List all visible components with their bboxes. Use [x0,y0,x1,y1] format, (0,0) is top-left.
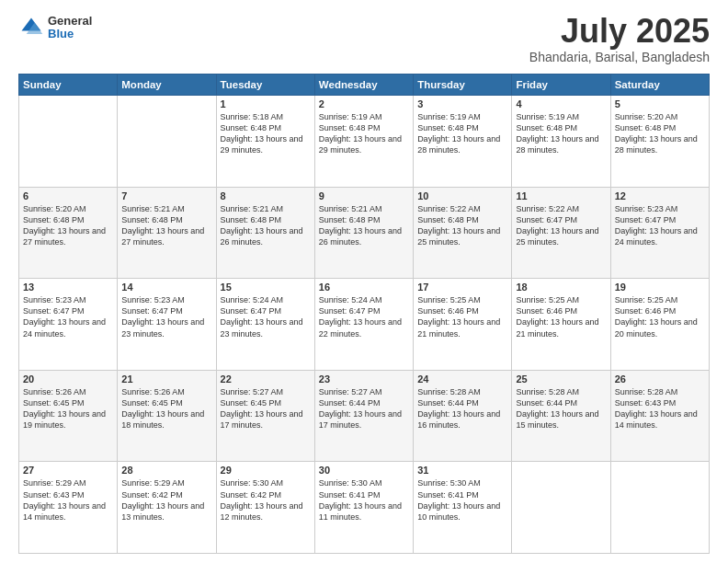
header: General Blue July 2025 Bhandaria, Barisa… [18,15,710,64]
day-info: Sunrise: 5:25 AM Sunset: 6:46 PM Dayligh… [516,294,606,339]
calendar-cell: 18Sunrise: 5:25 AM Sunset: 6:46 PM Dayli… [512,279,610,371]
col-saturday: Saturday [610,75,709,96]
calendar-cell: 29Sunrise: 5:30 AM Sunset: 6:42 PM Dayli… [216,462,314,554]
day-number: 14 [121,282,211,293]
calendar-cell: 2Sunrise: 5:19 AM Sunset: 6:48 PM Daylig… [314,96,413,188]
calendar-cell: 8Sunrise: 5:21 AM Sunset: 6:48 PM Daylig… [216,187,314,279]
day-number: 20 [23,373,113,385]
day-info: Sunrise: 5:21 AM Sunset: 6:48 PM Dayligh… [221,203,311,248]
day-number: 30 [319,465,409,476]
day-info: Sunrise: 5:20 AM Sunset: 6:48 PM Dayligh… [615,111,705,156]
day-info: Sunrise: 5:21 AM Sunset: 6:48 PM Dayligh… [319,203,409,248]
logo-general-label: General [48,15,92,28]
day-number: 19 [615,282,705,293]
logo-icon [18,15,44,40]
day-number: 16 [319,282,409,293]
day-info: Sunrise: 5:23 AM Sunset: 6:47 PM Dayligh… [615,203,705,248]
calendar-header-row: Sunday Monday Tuesday Wednesday Thursday… [19,75,710,96]
calendar-cell: 1Sunrise: 5:18 AM Sunset: 6:48 PM Daylig… [216,96,314,188]
calendar-cell: 27Sunrise: 5:29 AM Sunset: 6:43 PM Dayli… [19,462,118,554]
day-number: 5 [615,98,705,109]
day-info: Sunrise: 5:19 AM Sunset: 6:48 PM Dayligh… [516,111,606,156]
calendar-cell [512,462,610,554]
calendar-cell: 13Sunrise: 5:23 AM Sunset: 6:47 PM Dayli… [19,279,118,371]
day-info: Sunrise: 5:25 AM Sunset: 6:46 PM Dayligh… [417,294,507,339]
day-info: Sunrise: 5:30 AM Sunset: 6:41 PM Dayligh… [319,477,409,523]
day-number: 11 [516,190,606,201]
calendar-cell: 4Sunrise: 5:19 AM Sunset: 6:48 PM Daylig… [512,96,610,188]
calendar-cell: 9Sunrise: 5:21 AM Sunset: 6:48 PM Daylig… [314,187,413,279]
col-friday: Friday [512,75,610,96]
calendar-cell: 26Sunrise: 5:28 AM Sunset: 6:43 PM Dayli… [610,370,709,462]
day-info: Sunrise: 5:26 AM Sunset: 6:45 PM Dayligh… [121,386,211,431]
calendar-title: July 2025 [529,15,710,48]
day-info: Sunrise: 5:22 AM Sunset: 6:47 PM Dayligh… [516,203,606,248]
calendar-cell: 20Sunrise: 5:26 AM Sunset: 6:45 PM Dayli… [19,370,118,462]
day-info: Sunrise: 5:30 AM Sunset: 6:41 PM Dayligh… [417,477,507,523]
day-info: Sunrise: 5:26 AM Sunset: 6:45 PM Dayligh… [23,386,113,431]
day-number: 21 [121,373,211,385]
day-info: Sunrise: 5:24 AM Sunset: 6:47 PM Dayligh… [221,294,311,339]
day-info: Sunrise: 5:19 AM Sunset: 6:48 PM Dayligh… [319,111,409,156]
day-number: 13 [23,282,113,293]
day-number: 24 [417,373,507,385]
day-number: 10 [417,190,507,201]
calendar-cell: 21Sunrise: 5:26 AM Sunset: 6:45 PM Dayli… [118,370,216,462]
day-number: 29 [221,465,311,476]
day-info: Sunrise: 5:27 AM Sunset: 6:44 PM Dayligh… [319,386,409,431]
day-number: 27 [23,465,113,476]
day-info: Sunrise: 5:20 AM Sunset: 6:48 PM Dayligh… [23,203,113,248]
day-info: Sunrise: 5:28 AM Sunset: 6:44 PM Dayligh… [417,386,507,431]
calendar-cell: 10Sunrise: 5:22 AM Sunset: 6:48 PM Dayli… [414,187,512,279]
col-monday: Monday [118,75,216,96]
calendar-cell [19,96,118,188]
calendar-week-4: 20Sunrise: 5:26 AM Sunset: 6:45 PM Dayli… [19,370,710,462]
day-number: 18 [516,282,606,293]
day-number: 4 [516,98,606,109]
calendar-cell: 15Sunrise: 5:24 AM Sunset: 6:47 PM Dayli… [216,279,314,371]
day-number: 23 [319,373,409,385]
calendar-cell: 22Sunrise: 5:27 AM Sunset: 6:45 PM Dayli… [216,370,314,462]
day-info: Sunrise: 5:24 AM Sunset: 6:47 PM Dayligh… [319,294,409,339]
day-number: 8 [221,190,311,201]
day-info: Sunrise: 5:19 AM Sunset: 6:48 PM Dayligh… [417,111,507,156]
day-number: 7 [121,190,211,201]
day-info: Sunrise: 5:30 AM Sunset: 6:42 PM Dayligh… [221,477,311,523]
calendar-cell: 17Sunrise: 5:25 AM Sunset: 6:46 PM Dayli… [414,279,512,371]
day-info: Sunrise: 5:21 AM Sunset: 6:48 PM Dayligh… [121,203,211,248]
day-number: 9 [319,190,409,201]
title-block: July 2025 Bhandaria, Barisal, Bangladesh [529,15,710,64]
calendar-cell: 24Sunrise: 5:28 AM Sunset: 6:44 PM Dayli… [414,370,512,462]
calendar-week-2: 6Sunrise: 5:20 AM Sunset: 6:48 PM Daylig… [19,187,710,279]
day-info: Sunrise: 5:28 AM Sunset: 6:44 PM Dayligh… [516,386,606,431]
calendar-cell: 28Sunrise: 5:29 AM Sunset: 6:42 PM Dayli… [118,462,216,554]
col-wednesday: Wednesday [314,75,413,96]
logo: General Blue [18,15,92,41]
calendar-cell: 16Sunrise: 5:24 AM Sunset: 6:47 PM Dayli… [314,279,413,371]
logo-blue-label: Blue [48,28,92,40]
calendar-week-3: 13Sunrise: 5:23 AM Sunset: 6:47 PM Dayli… [19,279,710,371]
calendar-cell: 7Sunrise: 5:21 AM Sunset: 6:48 PM Daylig… [118,187,216,279]
day-number: 12 [615,190,705,201]
calendar-cell [118,96,216,188]
logo-text: General Blue [48,15,92,41]
calendar-cell: 3Sunrise: 5:19 AM Sunset: 6:48 PM Daylig… [414,96,512,188]
day-number: 26 [615,373,705,385]
calendar-cell: 12Sunrise: 5:23 AM Sunset: 6:47 PM Dayli… [610,187,709,279]
calendar-week-1: 1Sunrise: 5:18 AM Sunset: 6:48 PM Daylig… [19,96,710,188]
day-info: Sunrise: 5:27 AM Sunset: 6:45 PM Dayligh… [221,386,311,431]
day-info: Sunrise: 5:25 AM Sunset: 6:46 PM Dayligh… [615,294,705,339]
day-number: 1 [221,98,311,109]
day-number: 15 [221,282,311,293]
day-number: 6 [23,190,113,201]
day-info: Sunrise: 5:28 AM Sunset: 6:43 PM Dayligh… [615,386,705,431]
col-thursday: Thursday [414,75,512,96]
day-info: Sunrise: 5:29 AM Sunset: 6:43 PM Dayligh… [23,477,113,523]
col-tuesday: Tuesday [216,75,314,96]
calendar-cell: 30Sunrise: 5:30 AM Sunset: 6:41 PM Dayli… [314,462,413,554]
day-info: Sunrise: 5:22 AM Sunset: 6:48 PM Dayligh… [417,203,507,248]
calendar-cell: 11Sunrise: 5:22 AM Sunset: 6:47 PM Dayli… [512,187,610,279]
day-info: Sunrise: 5:29 AM Sunset: 6:42 PM Dayligh… [121,477,211,523]
col-sunday: Sunday [19,75,118,96]
calendar-cell: 14Sunrise: 5:23 AM Sunset: 6:47 PM Dayli… [118,279,216,371]
